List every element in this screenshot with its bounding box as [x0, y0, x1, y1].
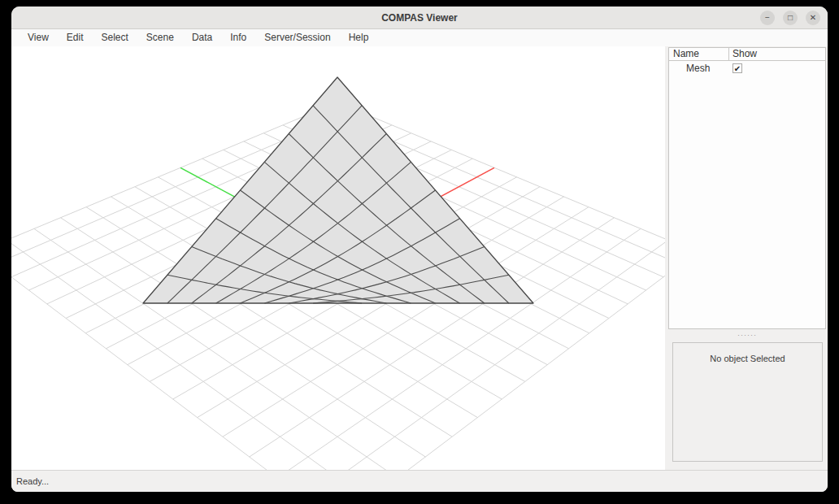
- viewport-3d[interactable]: [11, 46, 665, 470]
- desktop-background: COMPAS Viewer − □ ✕ View Edit Select Sce…: [0, 0, 839, 504]
- window-controls: − □ ✕: [760, 11, 820, 25]
- title-bar[interactable]: COMPAS Viewer − □ ✕: [11, 7, 828, 29]
- tree-item-show-cell: ✔: [729, 63, 825, 73]
- maximize-icon[interactable]: □: [783, 11, 798, 25]
- column-header-show[interactable]: Show: [729, 48, 825, 60]
- minimize-icon[interactable]: −: [760, 11, 775, 25]
- menu-help[interactable]: Help: [340, 29, 378, 46]
- panel-splitter-handle[interactable]: ······: [668, 329, 826, 342]
- status-bar: Ready...: [11, 470, 828, 492]
- menu-info[interactable]: Info: [221, 29, 255, 46]
- status-text: Ready...: [16, 476, 49, 486]
- menu-view[interactable]: View: [19, 29, 58, 46]
- scene-tree-header: Name Show: [669, 48, 825, 61]
- menu-bar: View Edit Select Scene Data Info Server/…: [11, 29, 828, 46]
- close-icon[interactable]: ✕: [806, 11, 820, 25]
- menu-select[interactable]: Select: [92, 29, 137, 46]
- menu-data[interactable]: Data: [183, 29, 221, 46]
- viewport-canvas[interactable]: [11, 46, 665, 470]
- menu-scene[interactable]: Scene: [137, 29, 183, 46]
- tree-row-mesh[interactable]: Mesh ✔: [669, 61, 825, 75]
- menu-edit[interactable]: Edit: [58, 29, 93, 46]
- no-object-selected-text: No object Selected: [673, 354, 822, 363]
- sidebar: Name Show Mesh ✔ ······ No object Select…: [665, 46, 828, 470]
- compas-viewer-window: COMPAS Viewer − □ ✕ View Edit Select Sce…: [11, 7, 828, 492]
- menu-server-session[interactable]: Server/Session: [255, 29, 339, 46]
- window-title: COMPAS Viewer: [11, 7, 828, 29]
- object-info-panel: No object Selected: [672, 342, 823, 462]
- show-checkbox[interactable]: ✔: [732, 63, 742, 73]
- scene-tree-panel: Name Show Mesh ✔: [668, 47, 826, 329]
- main-content: Name Show Mesh ✔ ······ No object Select…: [11, 46, 828, 470]
- column-header-name[interactable]: Name: [669, 48, 729, 60]
- tree-item-label: Mesh: [669, 63, 729, 74]
